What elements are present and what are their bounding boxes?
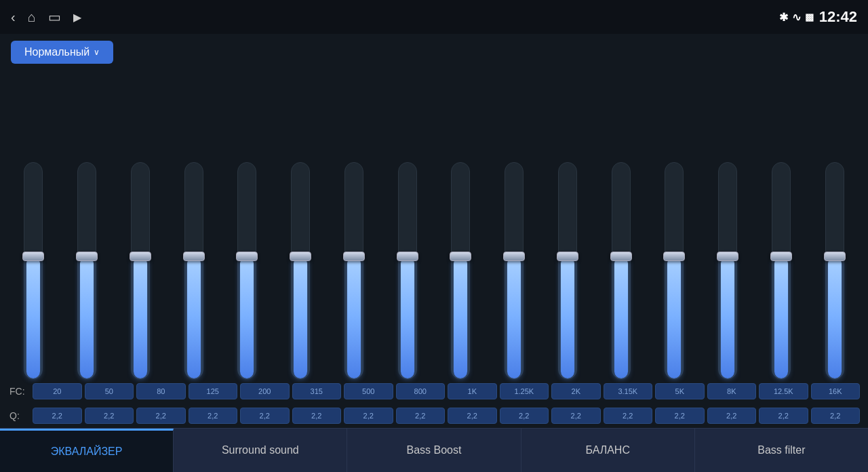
slider-band-13[interactable] [701, 162, 755, 379]
slider-handle-15[interactable] [824, 252, 846, 261]
fc-btn-6[interactable]: 500 [344, 383, 393, 399]
preset-selector[interactable]: Нормальный ∨ [11, 41, 113, 64]
q-btn-12[interactable]: 2,2 [655, 408, 705, 424]
q-btn-14[interactable]: 2,2 [759, 408, 808, 424]
slider-handle-2[interactable] [130, 252, 151, 261]
slider-handle-11[interactable] [610, 252, 632, 261]
wifi-icon: ∿ [792, 11, 801, 24]
bottom-tabs: ЭКВАЛАЙЗЕРSurround soundBass BoostБАЛАНС… [0, 428, 868, 472]
q-btn-10[interactable]: 2,2 [551, 408, 601, 424]
fc-btn-15[interactable]: 16K [811, 383, 861, 399]
slider-track-13[interactable] [718, 162, 737, 379]
tab-bassfilter[interactable]: Bass filter [695, 429, 868, 472]
slider-track-0[interactable] [24, 162, 43, 379]
slider-handle-4[interactable] [236, 252, 258, 261]
q-btn-4[interactable]: 2,2 [240, 408, 290, 424]
slider-track-5[interactable] [291, 162, 310, 379]
fc-btn-5[interactable]: 315 [292, 383, 342, 399]
slider-band-10[interactable] [541, 162, 595, 379]
fc-btn-13[interactable]: 8K [707, 383, 757, 399]
slider-track-4[interactable] [237, 162, 256, 379]
fc-btn-9[interactable]: 1.25K [500, 383, 549, 399]
fc-btn-4[interactable]: 200 [240, 383, 290, 399]
slider-handle-8[interactable] [450, 252, 471, 261]
slider-band-14[interactable] [755, 162, 808, 379]
q-btn-13[interactable]: 2,2 [707, 408, 757, 424]
slider-handle-6[interactable] [343, 252, 365, 261]
slider-band-12[interactable] [648, 162, 701, 379]
slider-track-12[interactable] [665, 162, 684, 379]
preset-arrow: ∨ [94, 47, 100, 57]
slider-band-11[interactable] [594, 162, 648, 379]
tab-balance[interactable]: БАЛАНС [521, 429, 695, 472]
slider-handle-12[interactable] [663, 252, 685, 261]
slider-track-9[interactable] [505, 162, 524, 379]
status-right: ✱ ∿ ▩ 12:42 [779, 8, 857, 26]
tab-surround[interactable]: Surround sound [174, 429, 347, 472]
preset-area: Нормальный ∨ [0, 34, 868, 66]
slider-track-3[interactable] [184, 162, 203, 379]
slider-band-5[interactable] [274, 162, 328, 379]
slider-fill-13 [721, 256, 734, 378]
slider-band-3[interactable] [167, 162, 220, 379]
q-btn-6[interactable]: 2,2 [344, 408, 393, 424]
slider-handle-13[interactable] [717, 252, 738, 261]
q-btn-1[interactable]: 2,2 [85, 408, 134, 424]
tab-bassboost[interactable]: Bass Boost [347, 429, 521, 472]
slider-band-15[interactable] [808, 162, 861, 379]
fc-btn-2[interactable]: 80 [136, 383, 186, 399]
slider-track-1[interactable] [77, 162, 96, 379]
slider-track-6[interactable] [344, 162, 363, 379]
slider-fill-12 [667, 256, 681, 378]
clock: 12:42 [819, 8, 857, 26]
fc-btn-10[interactable]: 2K [551, 383, 601, 399]
q-btn-0[interactable]: 2,2 [33, 408, 82, 424]
slider-track-11[interactable] [612, 162, 631, 379]
slider-track-14[interactable] [772, 162, 791, 379]
media-icon[interactable]: ▶ [73, 11, 81, 24]
q-btn-8[interactable]: 2,2 [448, 408, 497, 424]
back-icon[interactable]: ‹ [11, 9, 16, 25]
fc-btn-1[interactable]: 50 [85, 383, 134, 399]
slider-band-8[interactable] [434, 162, 488, 379]
slider-band-0[interactable] [7, 162, 60, 379]
slider-handle-10[interactable] [557, 252, 578, 261]
slider-band-1[interactable] [60, 162, 114, 379]
slider-handle-0[interactable] [22, 252, 44, 261]
fc-btn-11[interactable]: 3.15K [604, 383, 653, 399]
fc-btn-14[interactable]: 12.5K [759, 383, 808, 399]
slider-track-7[interactable] [398, 162, 417, 379]
home-icon[interactable]: ⌂ [28, 9, 36, 25]
slider-band-6[interactable] [328, 162, 381, 379]
bluetooth-icon: ✱ [779, 11, 788, 24]
slider-track-8[interactable] [451, 162, 470, 379]
q-btn-7[interactable]: 2,2 [396, 408, 446, 424]
fc-btn-12[interactable]: 5K [655, 383, 705, 399]
slider-fill-9 [507, 256, 521, 378]
slider-handle-5[interactable] [290, 252, 311, 261]
tab-equalizer[interactable]: ЭКВАЛАЙЗЕР [0, 429, 174, 472]
slider-handle-1[interactable] [76, 252, 98, 261]
q-btn-2[interactable]: 2,2 [136, 408, 186, 424]
fc-btn-8[interactable]: 1K [448, 383, 497, 399]
slider-band-7[interactable] [380, 162, 434, 379]
q-btn-15[interactable]: 2,2 [811, 408, 861, 424]
q-btn-3[interactable]: 2,2 [189, 408, 238, 424]
slider-band-4[interactable] [220, 162, 274, 379]
slider-handle-3[interactable] [183, 252, 205, 261]
q-btn-9[interactable]: 2,2 [500, 408, 549, 424]
slider-handle-14[interactable] [770, 252, 792, 261]
fc-btn-0[interactable]: 20 [33, 383, 82, 399]
q-btn-11[interactable]: 2,2 [604, 408, 653, 424]
slider-band-2[interactable] [114, 162, 167, 379]
slider-track-2[interactable] [131, 162, 150, 379]
recents-icon[interactable]: ▭ [48, 9, 61, 25]
slider-handle-9[interactable] [503, 252, 525, 261]
slider-band-9[interactable] [488, 162, 541, 379]
slider-track-10[interactable] [558, 162, 577, 379]
fc-btn-3[interactable]: 125 [189, 383, 238, 399]
q-btn-5[interactable]: 2,2 [292, 408, 342, 424]
slider-track-15[interactable] [825, 162, 844, 379]
fc-btn-7[interactable]: 800 [396, 383, 446, 399]
slider-handle-7[interactable] [397, 252, 418, 261]
